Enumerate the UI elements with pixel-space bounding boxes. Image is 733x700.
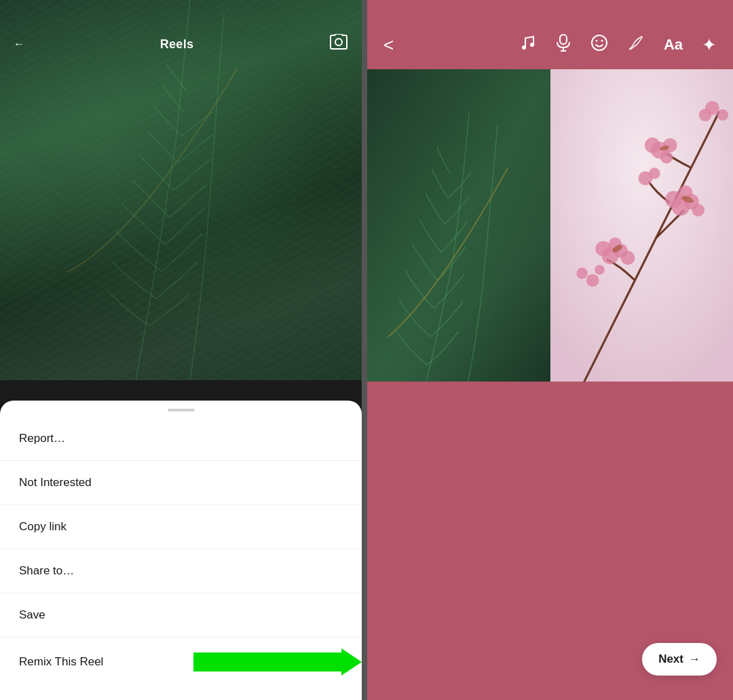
svg-point-22 [692, 204, 704, 217]
svg-point-28 [717, 109, 728, 121]
back-button-right[interactable]: < [383, 35, 394, 56]
svg-point-34 [595, 265, 605, 275]
next-button[interactable]: Next → [642, 643, 717, 676]
remix-menu-item[interactable]: Remix This Reel [0, 638, 362, 686]
sparkle-icon[interactable]: ✦ [702, 35, 717, 56]
svg-point-0 [335, 39, 342, 45]
svg-rect-10 [367, 69, 550, 382]
svg-point-1 [522, 45, 526, 50]
next-label: Next [658, 652, 683, 666]
text-tool-icon[interactable]: Aa [664, 36, 683, 54]
svg-point-26 [660, 151, 673, 164]
svg-point-2 [530, 43, 534, 47]
right-toolbar: < [367, 0, 733, 69]
microphone-icon[interactable] [555, 34, 571, 56]
bottom-sheet: Report… Not Interested Copy link Share t… [0, 401, 362, 700]
camera-icon[interactable] [329, 34, 348, 54]
drag-handle [168, 409, 195, 411]
svg-point-29 [698, 109, 711, 122]
music-icon[interactable] [519, 34, 536, 56]
top-bar: ← Reels [0, 0, 362, 68]
toolbar-icons: Aa ✦ [519, 34, 717, 56]
photo-grid [367, 69, 733, 382]
share-to-menu-item[interactable]: Share to… [0, 549, 362, 593]
next-arrow-icon: → [689, 652, 700, 666]
svg-point-8 [601, 40, 603, 42]
sticker-icon[interactable] [590, 34, 608, 56]
report-menu-item[interactable]: Report… [0, 417, 362, 461]
save-menu-item[interactable]: Save [0, 593, 362, 638]
chevron-left-icon: < [383, 35, 394, 55]
svg-point-15 [595, 241, 611, 257]
back-button[interactable]: ← [14, 38, 24, 50]
copy-link-menu-item[interactable]: Copy link [0, 505, 362, 549]
svg-point-25 [644, 138, 660, 153]
left-panel: ← Reels Report… Not Interested Copy link… [0, 0, 362, 700]
reels-title: Reels [160, 37, 194, 52]
svg-point-31 [649, 168, 660, 179]
not-interested-menu-item[interactable]: Not Interested [0, 461, 362, 505]
right-panel: < [367, 0, 733, 700]
svg-point-17 [620, 251, 635, 265]
green-arrow [193, 652, 343, 671]
svg-point-7 [595, 40, 597, 42]
remix-label: Remix This Reel [19, 655, 103, 669]
svg-rect-3 [560, 35, 567, 44]
blossom-photo [550, 69, 734, 382]
svg-point-6 [592, 35, 607, 50]
svg-point-24 [662, 139, 677, 153]
draw-icon[interactable] [627, 34, 645, 56]
svg-point-32 [586, 274, 599, 287]
panel-divider [362, 0, 367, 700]
svg-point-33 [576, 268, 588, 279]
back-arrow-icon: ← [14, 38, 24, 50]
fern-photo [367, 69, 550, 382]
